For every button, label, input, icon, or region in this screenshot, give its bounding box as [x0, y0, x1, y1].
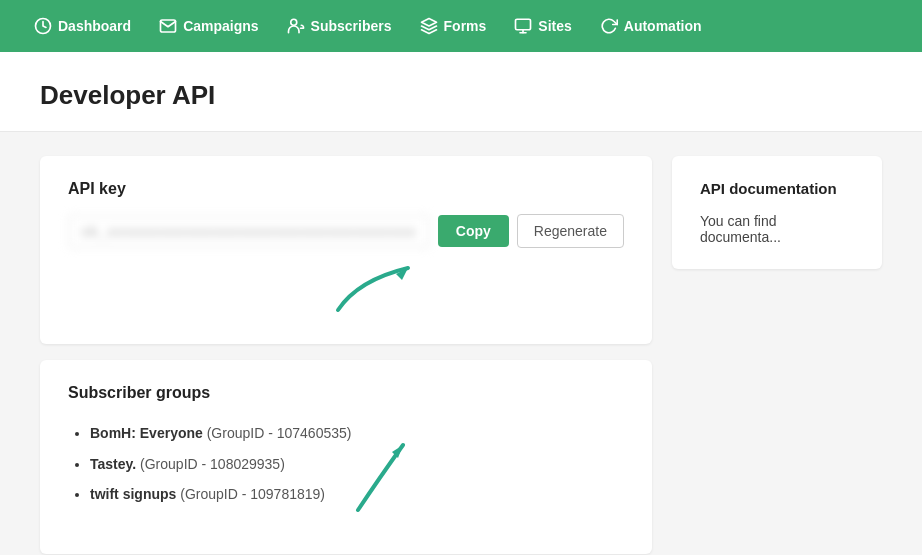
page-title: Developer API	[40, 80, 882, 111]
nav-item-automation[interactable]: Automation	[586, 17, 716, 35]
nav-item-dashboard[interactable]: Dashboard	[20, 17, 145, 35]
nav-label-sites: Sites	[538, 18, 571, 34]
dashboard-icon	[34, 17, 52, 35]
regenerate-button[interactable]: Regenerate	[517, 214, 624, 248]
nav-item-subscribers[interactable]: Subscribers	[273, 17, 406, 35]
svg-rect-3	[516, 19, 531, 30]
forms-icon	[420, 17, 438, 35]
group-arrow-svg	[348, 430, 428, 520]
api-doc-description: You can find documenta...	[700, 213, 854, 245]
group-name-3: twift signups	[90, 486, 176, 502]
arrow2-container	[68, 510, 624, 530]
group-id-1: (GroupID - 107460535)	[207, 425, 352, 441]
api-doc-card: API documentation You can find documenta…	[672, 156, 882, 269]
nav-label-subscribers: Subscribers	[311, 18, 392, 34]
navigation: Dashboard Campaigns Subscribers Forms	[0, 0, 922, 52]
api-key-input[interactable]	[68, 215, 430, 248]
svg-point-2	[290, 19, 296, 25]
nav-item-sites[interactable]: Sites	[500, 17, 585, 35]
groups-list: BomH: Everyone (GroupID - 107460535) Tas…	[68, 418, 624, 510]
copy-arrow-svg	[328, 260, 448, 315]
group-name-1: BomH: Everyone	[90, 425, 203, 441]
campaigns-icon	[159, 17, 177, 35]
arrow-annotation	[68, 260, 624, 310]
right-column: API documentation You can find documenta…	[672, 156, 882, 554]
subscriber-groups-card: Subscriber groups BomH: Everyone (GroupI…	[40, 360, 652, 554]
nav-label-forms: Forms	[444, 18, 487, 34]
nav-item-campaigns[interactable]: Campaigns	[145, 17, 272, 35]
content-area: API key Copy Regenerate Subscriber group…	[0, 132, 922, 555]
automation-icon	[600, 17, 618, 35]
api-key-row: Copy Regenerate	[68, 214, 624, 248]
group-name-2: Tastey.	[90, 456, 136, 472]
nav-label-automation: Automation	[624, 18, 702, 34]
api-key-card: API key Copy Regenerate	[40, 156, 652, 344]
page-header: Developer API	[0, 52, 922, 132]
nav-label-dashboard: Dashboard	[58, 18, 131, 34]
sites-icon	[514, 17, 532, 35]
nav-label-campaigns: Campaigns	[183, 18, 258, 34]
subscriber-groups-title: Subscriber groups	[68, 384, 624, 402]
group-id-3: (GroupID - 109781819)	[180, 486, 325, 502]
subscribers-icon	[287, 17, 305, 35]
nav-item-forms[interactable]: Forms	[406, 17, 501, 35]
copy-button[interactable]: Copy	[438, 215, 509, 247]
api-doc-title: API documentation	[700, 180, 854, 197]
group-id-2: (GroupID - 108029935)	[140, 456, 285, 472]
left-column: API key Copy Regenerate Subscriber group…	[40, 156, 652, 554]
api-key-title: API key	[68, 180, 624, 198]
